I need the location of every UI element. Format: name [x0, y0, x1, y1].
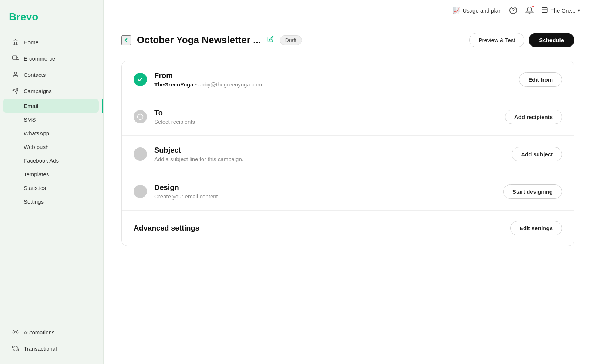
to-status-icon [134, 110, 147, 123]
page-header: October Yoga Newsletter ... Draft Previe… [121, 33, 574, 47]
sidebar-ecommerce-label: E-commerce [24, 55, 55, 62]
edit-settings-button[interactable]: Edit settings [510, 221, 562, 235]
sidebar-item-statistics[interactable]: Statistics [3, 181, 100, 195]
sidebar-item-templates[interactable]: Templates [3, 167, 100, 181]
bag-icon [12, 55, 19, 62]
sidebar-transactional-label: Transactional [24, 346, 57, 352]
design-action: Start designing [503, 184, 562, 199]
design-body: Design Create your email content. [154, 183, 496, 200]
to-placeholder: Select recipients [154, 119, 498, 125]
sidebar-item-webpush[interactable]: Web push [3, 140, 100, 154]
notification-icon[interactable] [525, 6, 534, 15]
to-action: Add recipients [505, 110, 562, 124]
edit-from-button[interactable]: Edit from [519, 72, 562, 87]
svg-point-9 [138, 152, 143, 157]
from-title: From [154, 71, 512, 80]
brand-name: Brevo [9, 11, 38, 23]
from-body: From TheGreenYoga • abby@thegreenyoga.co… [154, 71, 512, 88]
sidebar-home-label: Home [24, 39, 38, 45]
sidebar-webpush-label: Web push [24, 144, 48, 150]
from-name: TheGreenYoga [154, 81, 194, 88]
to-title: To [154, 109, 498, 117]
sidebar-automations-label: Automations [24, 329, 54, 336]
automations-icon [12, 329, 19, 336]
sidebar-settings-label: Settings [24, 198, 44, 205]
from-section: From TheGreenYoga • abby@thegreenyoga.co… [122, 61, 574, 98]
from-detail: TheGreenYoga • abby@thegreenyoga.com [154, 81, 512, 88]
design-status-icon [134, 185, 147, 198]
advanced-action: Edit settings [510, 221, 562, 235]
sidebar-item-contacts[interactable]: Contacts [3, 67, 100, 83]
subject-placeholder: Add a subject line for this campaign. [154, 156, 504, 162]
logo: Brevo [0, 7, 103, 34]
sidebar: Brevo Home E-commerce Contacts Campaigns… [0, 0, 104, 364]
company-name: The Gre... [550, 7, 575, 14]
subject-title: Subject [154, 146, 504, 154]
svg-point-8 [138, 114, 143, 120]
sidebar-templates-label: Templates [24, 171, 49, 177]
to-section: To Select recipients Add recipients [122, 98, 574, 136]
svg-point-10 [138, 189, 143, 194]
sidebar-item-whatsapp[interactable]: WhatsApp [3, 126, 100, 140]
page-title: October Yoga Newsletter ... [137, 34, 261, 46]
sidebar-item-settings[interactable]: Settings [3, 195, 100, 208]
advanced-title: Advanced settings [134, 224, 503, 232]
from-email: abby@thegreenyoga.com [198, 81, 262, 88]
subject-section: Subject Add a subject line for this camp… [122, 136, 574, 173]
design-section: Design Create your email content. Start … [122, 173, 574, 210]
status-badge: Draft [280, 35, 302, 45]
main-content: 📈 Usage and plan The Gre... ▾ October Yo… [104, 0, 592, 364]
subject-action: Add subject [512, 147, 562, 161]
content-area: October Yoga Newsletter ... Draft Previe… [104, 21, 592, 364]
active-indicator [102, 99, 103, 113]
home-icon [12, 38, 19, 46]
sidebar-item-ecommerce[interactable]: E-commerce [3, 50, 100, 67]
company-selector[interactable]: The Gre... ▾ [541, 7, 580, 14]
edit-title-icon[interactable] [267, 36, 274, 44]
sidebar-email-label: Email [24, 103, 38, 109]
advanced-body: Advanced settings [134, 224, 503, 232]
usage-label: Usage and plan [462, 7, 501, 14]
svg-point-1 [14, 72, 17, 74]
refresh-icon [12, 345, 19, 352]
from-status-icon [134, 73, 147, 86]
to-body: To Select recipients [154, 109, 498, 125]
start-designing-button[interactable]: Start designing [503, 184, 562, 199]
person-icon [12, 71, 19, 78]
usage-and-plan-link[interactable]: 📈 Usage and plan [453, 7, 501, 14]
add-subject-button[interactable]: Add subject [512, 147, 562, 161]
email-active-row: Email [0, 99, 103, 113]
advanced-section: Advanced settings Edit settings [122, 210, 574, 246]
help-icon[interactable] [509, 6, 518, 15]
company-building-icon [541, 7, 548, 14]
sidebar-whatsapp-label: WhatsApp [24, 130, 49, 136]
topbar: 📈 Usage and plan The Gre... ▾ [104, 0, 592, 21]
sidebar-statistics-label: Statistics [24, 185, 46, 191]
schedule-button[interactable]: Schedule [529, 33, 574, 47]
design-title: Design [154, 183, 496, 192]
svg-rect-0 [13, 56, 17, 59]
header-actions: Preview & Test Schedule [469, 33, 574, 47]
preview-test-button[interactable]: Preview & Test [469, 33, 524, 47]
activity-icon: 📈 [453, 7, 460, 14]
from-action: Edit from [519, 72, 562, 87]
sidebar-item-email[interactable]: Email [3, 99, 99, 113]
sidebar-campaigns-label: Campaigns [24, 88, 52, 94]
sidebar-facebook-label: Facebook Ads [24, 157, 59, 164]
sidebar-item-home[interactable]: Home [3, 34, 100, 50]
campaign-card: From TheGreenYoga • abby@thegreenyoga.co… [121, 61, 574, 246]
from-separator: • [195, 81, 198, 88]
sidebar-sms-label: SMS [24, 116, 36, 123]
add-recipients-button[interactable]: Add recipients [505, 110, 562, 124]
subject-body: Subject Add a subject line for this camp… [154, 146, 504, 162]
subject-status-icon [134, 147, 147, 161]
svg-rect-7 [542, 7, 548, 13]
sidebar-item-transactional[interactable]: Transactional [3, 340, 100, 357]
sidebar-contacts-label: Contacts [24, 72, 46, 78]
sidebar-item-sms[interactable]: SMS [3, 113, 100, 126]
send-icon [12, 87, 19, 95]
sidebar-item-campaigns[interactable]: Campaigns [3, 83, 100, 99]
sidebar-item-automations[interactable]: Automations [3, 324, 100, 340]
back-button[interactable] [121, 35, 131, 45]
sidebar-item-facebook[interactable]: Facebook Ads [3, 154, 100, 167]
